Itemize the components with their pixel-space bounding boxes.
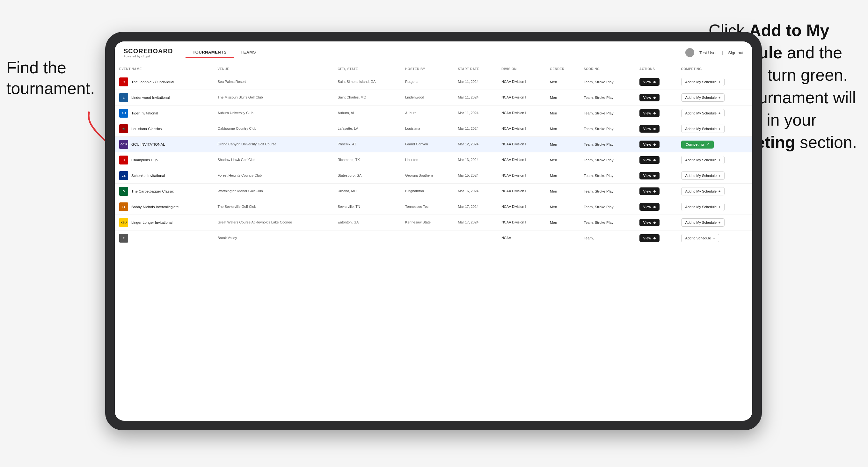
view-button[interactable]: View ⊕ [640,187,659,195]
team-logo: R [119,77,128,86]
division-cell: NCAA [497,230,546,246]
scoring-cell: Team, Stroke Play [579,121,635,137]
actions-cell: View ⊕ [635,137,677,152]
date-cell [453,230,497,246]
hosted-cell: Tennessee Tech [401,199,453,215]
city-cell: Sevierville, TN [333,199,401,215]
competing-cell: Add to My Schedule + [677,184,752,199]
hosted-cell: Binghamton [401,184,453,199]
view-button[interactable]: View ⊕ [640,141,659,148]
hosted-text: Rutgers [405,80,417,84]
venue-text: Great Waters Course At Reynolds Lake Oco… [217,220,292,224]
view-button[interactable]: View ⊕ [640,156,659,164]
scoring-cell: Team, Stroke Play [579,215,635,230]
venue-cell: Sea Palms Resort [213,74,333,90]
view-button[interactable]: View ⊕ [640,234,659,242]
city-text: Urbana, MD [338,189,356,193]
plus-icon: + [718,96,720,99]
actions-cell: View ⊕ [635,184,677,199]
table-row: R The Johnnie - O Individual Sea Palms R… [115,74,752,90]
scoring-cell: Team, Stroke Play [579,137,635,152]
date-text: Mar 11, 2024 [458,95,478,99]
add-to-schedule-button[interactable]: Add to My Schedule + [681,172,725,180]
team-logo: ? [119,234,128,243]
hosted-text: Grand Canyon [405,142,428,146]
venue-text: Shadow Hawk Golf Club [217,158,255,162]
competing-cell: Add to My Schedule + [677,168,752,184]
division-cell: NCAA Division I [497,74,546,90]
plus-icon: + [718,111,720,115]
view-icon: ⊕ [653,80,656,84]
division-text: NCAA Division I [501,142,526,146]
date-cell: Mar 17, 2024 [453,215,497,230]
city-cell [333,230,401,246]
add-to-schedule-button[interactable]: Add to My Schedule + [681,218,725,227]
col-hosted-by: HOSTED BY [401,64,453,74]
venue-text: Sea Palms Resort [217,80,246,84]
scoring-cell: Team, Stroke Play [579,184,635,199]
add-to-schedule-button[interactable]: Add to My Schedule + [681,78,725,86]
event-name-cell: 🎓 Louisiana Classics [115,121,213,137]
view-button[interactable]: View ⊕ [640,78,659,86]
venue-cell: Grand Canyon University Golf Course [213,137,333,152]
date-text: Mar 11, 2024 [458,127,478,130]
view-icon: ⊕ [653,205,656,209]
view-button[interactable]: View ⊕ [640,125,659,133]
actions-cell: View ⊕ [635,74,677,90]
add-to-schedule-button[interactable]: Add to My Schedule + [681,109,725,117]
gender-cell: Men [546,215,579,230]
view-button[interactable]: View ⊕ [640,203,659,211]
gender-cell [546,230,579,246]
city-cell: Saint Charles, MO [333,90,401,105]
hosted-cell: Lindenwood [401,90,453,105]
checkmark-icon: ✓ [706,143,709,147]
view-icon: ⊕ [653,158,656,162]
gender-cell: Men [546,137,579,152]
nav-tab-tournaments[interactable]: TOURNAMENTS [186,47,233,58]
venue-cell: Forest Heights Country Club [213,168,333,184]
add-to-schedule-button[interactable]: Add to Schedule + [681,234,719,242]
gender-cell: Men [546,199,579,215]
add-to-schedule-button[interactable]: Add to My Schedule + [681,203,725,211]
division-text: NCAA Division I [501,174,526,177]
division-text: NCAA [501,236,511,240]
view-button[interactable]: View ⊕ [640,219,659,226]
view-button[interactable]: View ⊕ [640,172,659,180]
plus-icon: + [718,158,720,162]
gender-cell: Men [546,74,579,90]
division-text: NCAA Division I [501,189,526,193]
view-button[interactable]: View ⊕ [640,94,659,101]
division-text: NCAA Division I [501,95,526,99]
view-icon: ⊕ [653,221,656,224]
add-to-schedule-button[interactable]: Add to My Schedule + [681,156,725,164]
event-name-cell: AU Tiger Invitational [115,105,213,121]
view-button[interactable]: View ⊕ [640,110,659,117]
actions-cell: View ⊕ [635,199,677,215]
add-to-schedule-button[interactable]: Add to My Schedule + [681,93,725,102]
city-cell: Lafayette, LA [333,121,401,137]
city-text: Saint Charles, MO [338,95,366,99]
date-text: Mar 17, 2024 [458,220,478,224]
nav-tabs: TOURNAMENTS TEAMS [186,47,263,58]
add-to-schedule-button[interactable]: Add to My Schedule + [681,125,725,133]
division-cell: NCAA Division I [497,168,546,184]
competing-button[interactable]: Competing ✓ [681,141,714,149]
event-name-cell: H Champions Cup [115,152,213,168]
app-logo-sub: Powered by clippd [124,55,173,58]
nav-tab-teams[interactable]: TEAMS [234,47,263,58]
event-name-cell: GS Schenkel Invitational [115,168,213,184]
gender-cell: Men [546,90,579,105]
add-to-schedule-button[interactable]: Add to My Schedule + [681,187,725,195]
hosted-cell [401,230,453,246]
plus-icon: + [713,236,715,240]
sign-out-link[interactable]: Sign out [728,50,743,55]
event-name: Schenkel Invitational [131,174,165,178]
table-container[interactable]: EVENT NAME VENUE CITY, STATE HOSTED BY S… [115,64,752,421]
date-cell: Mar 16, 2024 [453,184,497,199]
event-name: GCU INVITATIONAL [131,142,165,147]
event-name: The Carpetbagger Classic [131,189,174,194]
hosted-cell: Georgia Southern [401,168,453,184]
venue-cell: Auburn University Club [213,105,333,121]
gender-cell: Men [546,184,579,199]
team-logo: B [119,187,128,196]
